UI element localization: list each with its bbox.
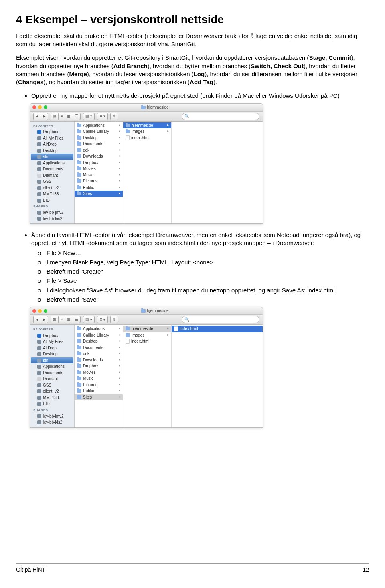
list-item[interactable]: Pictures▸ (75, 382, 123, 388)
list-item-selected[interactable]: Sites▸ (75, 394, 123, 401)
folder-icon (77, 395, 81, 399)
zoom-icon[interactable] (44, 105, 47, 109)
sidebar-item[interactable]: AirDrop (30, 345, 74, 351)
list-item-selected[interactable]: hjemmeside▸ (123, 122, 171, 129)
sidebar-item[interactable]: Documents (30, 370, 74, 376)
airdrop-icon (37, 142, 41, 146)
list-item[interactable]: Dropbox▸ (75, 160, 123, 166)
list-item[interactable]: Documents▸ (75, 141, 123, 147)
folder-icon (77, 186, 81, 189)
list-item[interactable]: Public▸ (75, 388, 123, 394)
sidebar-item[interactable]: client_v2 (30, 185, 74, 191)
arrange-button[interactable]: ▤ ▾ (83, 316, 95, 323)
sidebar-item-selected[interactable]: stn (31, 357, 73, 364)
sidebar-item[interactable]: Desktop (30, 148, 74, 154)
sidebar-item[interactable]: AirDrop (30, 141, 74, 148)
sidebar-item[interactable]: Applications (30, 160, 74, 166)
sidebar-item-selected[interactable]: stn (31, 154, 73, 160)
disk-icon (37, 377, 41, 381)
zoom-icon[interactable] (44, 309, 47, 313)
sidebar-item[interactable]: BID (30, 197, 74, 204)
sidebar-item[interactable]: lev-bb-kis2 (30, 419, 74, 426)
computer-icon (37, 414, 41, 418)
list-item[interactable]: dok▸ (75, 351, 123, 357)
list-item[interactable]: Music▸ (75, 375, 123, 382)
close-icon[interactable] (32, 309, 36, 313)
sidebar-item[interactable]: Dropbox (30, 333, 74, 339)
search-input[interactable]: 🔍 (182, 113, 259, 120)
sidebar-item[interactable]: MMT133 (30, 191, 74, 197)
list-item[interactable]: Calibre Library▸ (75, 128, 123, 135)
sidebar-item[interactable]: client_v2 (30, 388, 74, 395)
list-item[interactable]: dok▸ (75, 147, 123, 154)
sidebar: FAVORITES Dropbox All My Files AirDrop D… (30, 325, 75, 427)
list-item[interactable]: Movies▸ (75, 369, 123, 376)
folder-icon (77, 339, 81, 343)
list-item[interactable]: Applications▸ (75, 122, 123, 129)
folder-icon (77, 142, 81, 146)
list-item[interactable]: Music▸ (75, 172, 123, 178)
list-item[interactable]: Downloads▸ (75, 153, 123, 160)
list-item[interactable]: Movies▸ (75, 166, 123, 172)
view-buttons[interactable]: ⊞≡▦☰ (51, 316, 81, 323)
close-icon[interactable] (32, 105, 36, 109)
minimize-icon[interactable] (38, 309, 42, 313)
folder-icon (77, 364, 81, 368)
folder-icon (77, 389, 81, 393)
nav-buttons[interactable]: ◀▶ (33, 316, 48, 323)
search-icon: 🔍 (184, 114, 189, 119)
sidebar-item[interactable]: Applications (30, 363, 74, 370)
action-button[interactable]: ⚙ ▾ (97, 113, 108, 120)
list-item[interactable]: images▸ (123, 332, 171, 339)
sidebar-heading-shared: SHARED (30, 203, 74, 209)
sidebar-item[interactable]: lev-bb-kis2 (30, 216, 74, 222)
share-button[interactable]: ⇧ (110, 316, 118, 323)
list-item[interactable]: Applications▸ (75, 326, 123, 332)
folder-icon (37, 180, 41, 184)
share-button[interactable]: ⇧ (110, 113, 118, 120)
sidebar-item[interactable]: MMT133 (30, 395, 74, 401)
list-item[interactable]: Calibre Library▸ (75, 332, 123, 339)
intro-paragraph-2: Eksemplet viser hvordan du oppretter et … (16, 54, 369, 86)
sidebar-item[interactable]: lev-bb-jmv2 (30, 413, 74, 420)
list-item[interactable]: Desktop▸ (75, 338, 123, 345)
sidebar-item[interactable]: Dropbox (30, 129, 74, 135)
list-item[interactable]: Pictures▸ (75, 178, 123, 185)
sidebar-item[interactable]: BID (30, 401, 74, 407)
sub-item: Bekreft med "Save" (47, 296, 369, 304)
list-item[interactable]: Documents▸ (75, 345, 123, 351)
sidebar-item[interactable]: GSS (30, 178, 74, 185)
list-item[interactable]: images▸ (123, 128, 171, 135)
list-item[interactable]: index.html (123, 135, 171, 141)
sub-item: File > Save (47, 277, 369, 285)
folder-icon (37, 192, 41, 196)
sidebar-item[interactable]: All My Files (30, 339, 74, 345)
sidebar-item[interactable]: Desktop (30, 351, 74, 357)
sidebar-item[interactable]: Diamant (30, 376, 74, 382)
search-input[interactable]: 🔍 (182, 316, 259, 323)
view-buttons[interactable]: ⊞≡▦☰ (51, 113, 81, 120)
list-item-selected[interactable]: index.html (172, 326, 263, 332)
footer-left: Git på HiNT (16, 566, 45, 574)
list-item[interactable]: index.html (123, 338, 171, 345)
sidebar-item[interactable]: lev-bb-jmv2 (30, 209, 74, 216)
list-item[interactable]: Dropbox▸ (75, 363, 123, 369)
column-1: Applications▸ Calibre Library▸ Desktop▸ … (75, 122, 123, 224)
minimize-icon[interactable] (38, 105, 42, 109)
nav-buttons[interactable]: ◀▶ (33, 113, 48, 120)
sidebar-item[interactable]: Documents (30, 166, 74, 172)
folder-icon (37, 136, 41, 140)
arrange-button[interactable]: ▤ ▾ (83, 113, 95, 120)
action-button[interactable]: ⚙ ▾ (97, 316, 108, 323)
sidebar-item[interactable]: Diamant (30, 172, 74, 179)
list-item[interactable]: Desktop▸ (75, 135, 123, 141)
list-item[interactable]: Downloads▸ (75, 357, 123, 363)
column-2: hjemmeside▸ images▸ index.html (123, 325, 172, 427)
list-item[interactable]: Public▸ (75, 185, 123, 191)
sidebar-item[interactable]: GSS (30, 382, 74, 389)
sidebar-item[interactable]: All My Files (30, 135, 74, 142)
folder-icon (126, 333, 130, 337)
documents-icon (37, 167, 41, 171)
list-item-selected[interactable]: hjemmeside▸ (123, 326, 171, 332)
list-item-selected[interactable]: Sites▸ (75, 191, 123, 197)
